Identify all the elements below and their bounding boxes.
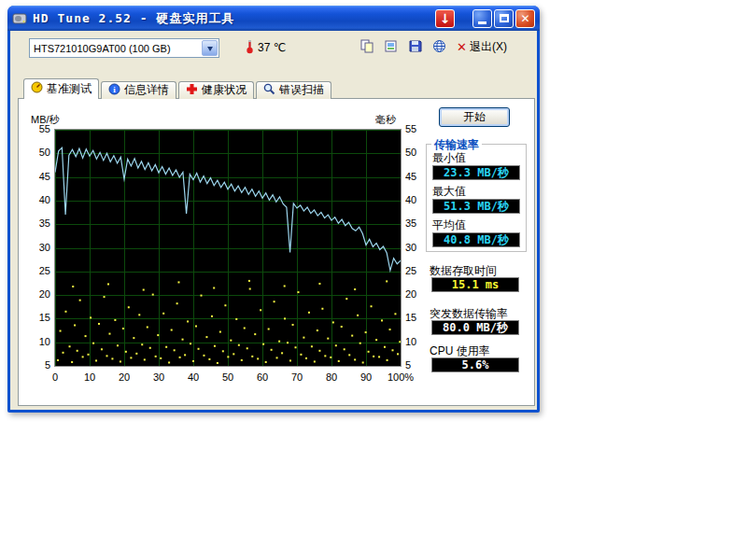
temperature-value: 37 ℃	[258, 41, 286, 54]
access-time-value: 15.1 ms	[431, 277, 519, 292]
exit-button[interactable]: ✕ 退出(X)	[457, 39, 507, 55]
save-floppy-icon	[408, 39, 423, 56]
close-button[interactable]: ✕	[515, 9, 535, 28]
cpu-usage-value: 5.6%	[431, 357, 519, 372]
x-axis-tick: 10	[76, 371, 104, 383]
copy-image-icon	[384, 39, 399, 56]
download-arrow-icon: ↓	[440, 11, 451, 26]
y-axis-tick-left: 25	[21, 265, 50, 276]
x-axis-tick: 50	[214, 371, 242, 383]
y-axis-tick-right: 55	[405, 123, 430, 134]
benchmark-chart-canvas	[54, 129, 402, 367]
x-axis-tick: 40	[179, 371, 207, 383]
app-icon	[12, 11, 28, 26]
tab-info[interactable]: i 信息详情	[101, 81, 176, 99]
copy-icon	[359, 39, 374, 56]
max-label: 最大值	[432, 184, 466, 200]
x-axis-tick: 20	[110, 371, 138, 383]
save-button[interactable]	[406, 39, 424, 55]
min-value: 23.3 MB/秒	[432, 165, 520, 180]
benchmark-gauge-icon	[31, 81, 43, 96]
tab-health[interactable]: 健康状况	[178, 81, 254, 99]
y-axis-tick-right: 15	[405, 312, 430, 323]
close-icon: ✕	[520, 12, 529, 25]
avg-label: 平均值	[432, 217, 466, 233]
y-axis-tick-right: 30	[405, 242, 430, 253]
hdtune-window: HD Tune 2.52 - 硬盘实用工具 ↓ ✕ HTS7210	[7, 6, 540, 413]
y-axis-tick-right: 20	[405, 288, 430, 300]
y-axis-tick-left: 40	[21, 194, 50, 205]
exit-label: 退出(X)	[470, 39, 507, 55]
globe-icon	[432, 39, 447, 56]
min-label: 最小值	[432, 150, 466, 166]
y-axis-tick-right: 45	[405, 171, 430, 182]
x-axis-tick: 70	[283, 371, 311, 383]
y-axis-tick-left: 50	[21, 147, 50, 158]
y-axis-tick-left: 35	[21, 217, 50, 229]
y-axis-tick-left: 55	[21, 123, 50, 134]
tab-benchmark-label: 基准测试	[47, 81, 92, 97]
tab-health-label: 健康状况	[202, 82, 247, 98]
drive-select[interactable]: HTS721010G9AT00 (100 GB)	[29, 38, 219, 58]
window-title: HD Tune 2.52 - 硬盘实用工具	[33, 10, 234, 27]
y-axis-tick-right: 50	[405, 147, 430, 158]
minimize-icon	[478, 21, 486, 24]
copy-image-button[interactable]	[382, 39, 400, 55]
start-button[interactable]: 开始	[439, 107, 510, 127]
x-axis-tick: 0	[41, 371, 69, 383]
info-icon: i	[108, 83, 120, 98]
transfer-rate-group: 传输速率 最小值 23.3 MB/秒 最大值 51.3 MB/秒 平均值 40.…	[426, 144, 527, 252]
max-value: 51.3 MB/秒	[432, 199, 520, 214]
web-export-button[interactable]	[430, 39, 448, 55]
thermometer-icon	[246, 38, 254, 57]
tab-benchmark[interactable]: 基准测试	[23, 78, 99, 99]
tab-strip: 基准测试 i 信息详情 健康状况	[23, 79, 333, 99]
y-axis-tick-right: 40	[405, 194, 430, 205]
copy-text-button[interactable]	[358, 39, 375, 55]
chevron-down-icon	[207, 47, 213, 54]
y-axis-title-right: 毫秒	[375, 113, 396, 127]
benchmark-panel: MB/秒 毫秒 开始 传输速率 最小值 23.3 MB/秒 最大值 51.3 M…	[18, 98, 535, 406]
download-update-button[interactable]: ↓	[435, 9, 455, 28]
y-axis-tick-left: 5	[21, 359, 50, 371]
y-axis-tick-left: 10	[21, 336, 50, 347]
x-axis-tick: 60	[248, 371, 276, 383]
y-axis-tick-right: 35	[405, 217, 430, 229]
desktop: HD Tune 2.52 - 硬盘实用工具 ↓ ✕ HTS7210	[0, 0, 747, 560]
magnifier-icon	[263, 83, 275, 98]
avg-value: 40.8 MB/秒	[432, 232, 520, 247]
drive-select-dropdown-button[interactable]	[202, 40, 218, 56]
x-axis-tick: 100%	[387, 371, 415, 383]
y-axis-tick-left: 15	[21, 312, 50, 323]
client-area: HTS721010G9AT00 (100 GB) 37 ℃	[10, 31, 537, 410]
y-axis-tick-left: 30	[21, 242, 50, 253]
tab-info-label: 信息详情	[124, 82, 169, 98]
window-controls: ↓ ✕	[433, 9, 535, 28]
minimize-button[interactable]	[472, 9, 492, 28]
x-axis-tick: 30	[145, 371, 173, 383]
drive-select-value: HTS721010G9AT00 (100 GB)	[30, 43, 201, 54]
y-axis-tick-left: 45	[21, 171, 50, 182]
maximize-button[interactable]	[494, 9, 514, 28]
x-axis-tick: 90	[352, 371, 380, 383]
title-bar[interactable]: HD Tune 2.52 - 硬盘实用工具 ↓ ✕	[7, 6, 540, 31]
temperature-indicator: 37 ℃	[246, 38, 286, 57]
exit-x-icon: ✕	[457, 40, 467, 54]
toolbar-actions	[358, 39, 448, 55]
y-axis-tick-right: 10	[405, 336, 430, 347]
maximize-icon	[500, 14, 509, 22]
y-axis-tick-right: 25	[405, 265, 430, 276]
y-axis-tick-left: 20	[21, 288, 50, 300]
y-axis-tick-right: 5	[405, 359, 430, 371]
health-cross-icon	[186, 83, 198, 98]
tab-error-scan-label: 错误扫描	[279, 82, 324, 98]
x-axis-tick: 80	[317, 371, 345, 383]
tab-error-scan[interactable]: 错误扫描	[256, 81, 331, 99]
burst-rate-value: 80.0 MB/秒	[431, 320, 519, 335]
